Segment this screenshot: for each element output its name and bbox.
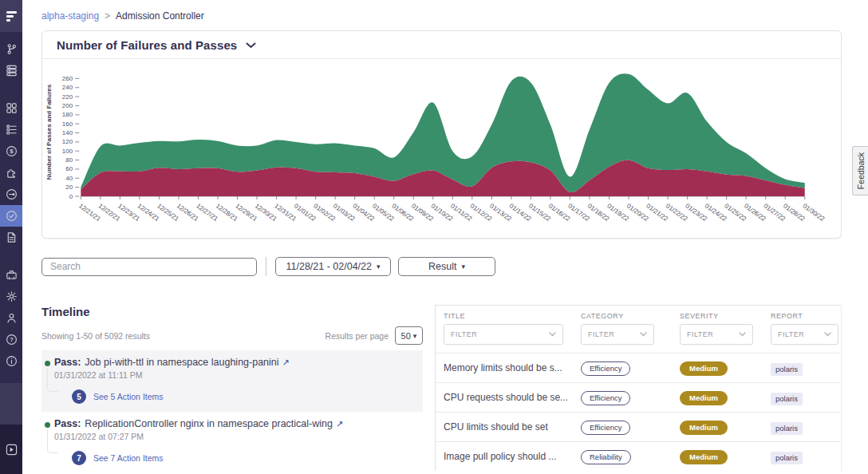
breadcrumb-separator: > xyxy=(105,10,110,22)
dollar-circle-icon: $ xyxy=(6,145,18,157)
severity-badge: Medium xyxy=(680,391,728,405)
logo-bars-icon xyxy=(6,11,17,22)
report-tag: polaris xyxy=(771,363,803,376)
sidebar-item-settings[interactable] xyxy=(0,286,22,307)
sidebar-item-info[interactable] xyxy=(0,350,22,372)
clusters-stack-icon xyxy=(6,65,18,77)
breadcrumb-cluster-link[interactable]: alpha-staging xyxy=(41,10,99,22)
sidebar-bottom xyxy=(0,425,22,474)
column-header-report: REPORT xyxy=(771,312,842,320)
category-filter-select[interactable]: FILTER xyxy=(581,324,654,345)
report-tag: polaris xyxy=(771,393,803,405)
fairwinds-logo xyxy=(0,0,22,32)
timeline-title: ReplicationController nginx in namespace… xyxy=(85,418,333,429)
sidebar: $ xyxy=(0,0,22,474)
category-pill: Efficiency xyxy=(581,391,630,405)
policy-circle-icon xyxy=(6,188,18,200)
sidebar-item-policy[interactable] xyxy=(0,184,22,205)
sidebar-item-costs[interactable]: $ xyxy=(0,140,22,162)
external-link-icon[interactable]: ↗ xyxy=(282,357,290,368)
sidebar-item-reports[interactable] xyxy=(0,227,22,248)
puzzle-icon xyxy=(6,167,18,179)
sidebar-item-admission-controller[interactable] xyxy=(0,205,22,227)
pass-bullet-icon xyxy=(45,361,50,366)
result-filter-button[interactable]: Result ▾ xyxy=(398,257,495,276)
report-filter-select[interactable]: FILTER xyxy=(771,324,838,345)
column-header-title: TITLE xyxy=(444,312,573,320)
date-range-button[interactable]: 11/28/21 - 02/04/22 ▾ xyxy=(275,257,391,276)
severity-badge: Medium xyxy=(680,421,728,435)
report-tag: polaris xyxy=(771,452,803,464)
failures-passes-chart: 02040608010012014016018020022024026012/2… xyxy=(42,63,841,238)
document-icon xyxy=(6,231,18,243)
chevron-down-icon xyxy=(739,332,746,337)
column-header-category: CATEGORY xyxy=(581,312,672,320)
column-header-severity: SEVERITY xyxy=(680,312,763,320)
timeline-timestamp: 01/31/2022 at 07:27 PM xyxy=(54,432,412,441)
timeline-pane: Timeline Showing 1-50 of 5092 results Re… xyxy=(41,305,423,474)
table-row[interactable]: Memory limits should be s... Efficiency … xyxy=(436,353,841,382)
sidebar-item-action-items[interactable] xyxy=(0,119,22,140)
page-size-dropdown[interactable]: 50 ▾ xyxy=(395,326,423,345)
dropdown-triangle-icon: ▾ xyxy=(461,263,465,271)
sidebar-item-profile[interactable] xyxy=(0,307,22,329)
sidebar-item-organization[interactable] xyxy=(0,264,22,286)
chevron-down-icon xyxy=(640,332,647,337)
filter-placeholder: FILTER xyxy=(687,330,713,338)
check-circle-icon xyxy=(6,210,18,222)
sidebar-item-git-branch[interactable] xyxy=(0,38,22,60)
row-title: Memory limits should be s... xyxy=(436,362,573,373)
results-table: TITLE FILTER CATEGORY FILTER SEVERITY xyxy=(435,305,842,471)
svg-text:200: 200 xyxy=(62,102,73,109)
pass-bullet-icon xyxy=(45,422,50,428)
controls-divider xyxy=(266,257,266,276)
svg-text:?: ? xyxy=(10,336,14,343)
page-size-value: 50 xyxy=(401,331,411,341)
filter-controls: 11/28/21 - 02/04/22 ▾ Result ▾ xyxy=(41,257,842,276)
category-pill: Reliability xyxy=(581,450,631,464)
sidebar-item-add-ons[interactable] xyxy=(0,162,22,184)
svg-text:Number of Passes and Failures: Number of Passes and Failures xyxy=(45,84,53,180)
feedback-label: Feedback xyxy=(856,152,866,189)
severity-filter-select[interactable]: FILTER xyxy=(680,324,753,345)
svg-text:100: 100 xyxy=(62,148,73,155)
action-items-list-icon xyxy=(6,124,18,136)
see-action-items-link[interactable]: See 5 Action Items xyxy=(93,392,164,401)
sidebar-item-apps-grid[interactable] xyxy=(0,97,22,119)
row-title: CPU requests should be se... xyxy=(436,392,573,403)
table-row[interactable]: CPU limits should be set Efficiency Medi… xyxy=(436,412,841,441)
chevron-down-icon[interactable] xyxy=(246,42,256,49)
sidebar-item-help[interactable]: ? xyxy=(0,329,22,350)
svg-text:$: $ xyxy=(10,148,14,155)
expand-play-icon[interactable] xyxy=(6,444,18,456)
timeline-status: Pass: xyxy=(54,357,81,368)
timeline-item[interactable]: Pass: Job pi-with-ttl in namespace laugh… xyxy=(41,350,423,412)
see-action-items-link[interactable]: See 7 Action Items xyxy=(93,453,164,463)
title-filter-select[interactable]: FILTER xyxy=(444,324,563,345)
timeline-connector xyxy=(47,368,58,392)
svg-text:220: 220 xyxy=(62,93,73,101)
dropdown-triangle-icon: ▾ xyxy=(377,263,381,271)
svg-text:160: 160 xyxy=(62,120,73,128)
organization-icon xyxy=(6,269,18,281)
filter-placeholder: FILTER xyxy=(778,330,804,338)
table-row[interactable]: Image pull policy should ... Reliability… xyxy=(436,441,841,471)
chart-card: Number of Failures and Passes 0204060801… xyxy=(41,30,842,239)
sidebar-strip xyxy=(0,383,22,425)
table-row[interactable]: CPU requests should be se... Efficiency … xyxy=(436,382,841,412)
search-input[interactable] xyxy=(41,258,257,276)
category-pill: Efficiency xyxy=(581,421,630,435)
svg-text:240: 240 xyxy=(62,84,73,91)
sidebar-item-clusters[interactable] xyxy=(0,60,22,81)
breadcrumb: alpha-staging > Admission Controller xyxy=(41,10,842,22)
feedback-button[interactable]: Feedback xyxy=(852,146,868,196)
row-title: Image pull policy should ... xyxy=(436,451,573,462)
svg-text:140: 140 xyxy=(62,129,73,136)
timeline-list: Pass: Job pi-with-ttl in namespace laugh… xyxy=(41,350,423,474)
chart-title: Number of Failures and Passes xyxy=(57,38,237,52)
action-count-badge: 5 xyxy=(72,389,86,404)
external-link-icon[interactable]: ↗ xyxy=(336,419,343,429)
results-count-text: Showing 1-50 of 5092 results xyxy=(41,331,150,341)
timeline-item[interactable]: Pass: ReplicationController nginx in nam… xyxy=(41,412,423,473)
chart-card-header: Number of Failures and Passes xyxy=(42,31,841,59)
